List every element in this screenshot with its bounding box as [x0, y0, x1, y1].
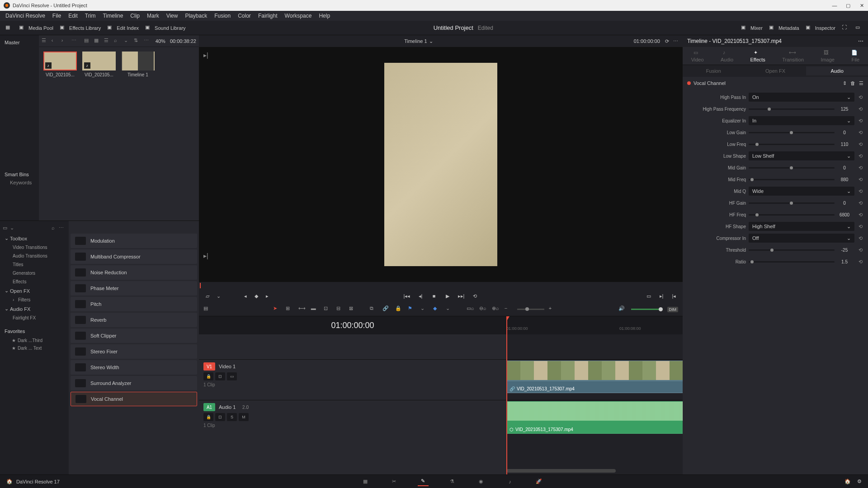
- snap-icon[interactable]: ⧉: [370, 305, 378, 314]
- overwrite-tool[interactable]: ⊟: [336, 305, 344, 314]
- tree-item-effects[interactable]: Effects: [0, 277, 69, 286]
- reset-icon[interactable]: ⟲: [857, 177, 863, 183]
- reset-icon[interactable]: ⟲: [857, 224, 863, 230]
- more-icon[interactable]: ⋯: [144, 38, 151, 45]
- list-view-icon[interactable]: ☰: [42, 38, 49, 45]
- next-edit-icon[interactable]: ▸|: [657, 292, 665, 300]
- edit-page-button[interactable]: ✎: [418, 477, 429, 486]
- track-number[interactable]: A1: [203, 403, 215, 411]
- tree-item-video-transitions[interactable]: Video Transitions: [0, 243, 69, 252]
- param-slider[interactable]: [749, 179, 835, 180]
- media-thumb[interactable]: ♪VID_202105...: [43, 52, 77, 77]
- maximize-button[interactable]: ▢: [845, 3, 851, 8]
- param-value[interactable]: 0: [835, 201, 854, 206]
- menu-davinci-resolve[interactable]: DaVinci Resolve: [5, 13, 45, 19]
- last-frame-button[interactable]: ▸▸|: [457, 292, 465, 300]
- menu-help[interactable]: Help: [319, 13, 330, 19]
- marker-tool[interactable]: ◆: [433, 305, 441, 314]
- inspector-tab-audio[interactable]: ♪Audio: [717, 48, 737, 64]
- track-lane-a1[interactable]: ⬡VID_20210513_175307.mp4: [506, 400, 683, 441]
- inspector-subtab-fusion[interactable]: Fusion: [683, 66, 745, 75]
- dim-button[interactable]: DIM: [667, 307, 679, 312]
- mute-button[interactable]: M: [239, 413, 249, 421]
- favorite-item[interactable]: ★ Dark ...Third: [0, 337, 69, 344]
- lock-icon[interactable]: 🔒: [203, 413, 213, 421]
- viewer-scrubber[interactable]: [199, 282, 683, 289]
- range-icon[interactable]: ▭⌕: [467, 305, 475, 314]
- reset-icon[interactable]: ⟲: [857, 118, 863, 124]
- inspector-tab-image[interactable]: 🖼Image: [817, 48, 838, 64]
- tree-item-generators[interactable]: Generators: [0, 269, 69, 277]
- chevron-down-icon[interactable]: ⌄: [420, 305, 429, 314]
- replace-tool[interactable]: ⊠: [349, 305, 357, 314]
- close-button[interactable]: ✕: [859, 3, 864, 8]
- track-header-v1[interactable]: V1Video 1🔒⊡▭1 Clip: [199, 359, 506, 400]
- match-frame-icon[interactable]: ▭: [645, 292, 653, 300]
- menu-mark[interactable]: Mark: [147, 13, 159, 19]
- thumb-view-icon[interactable]: ▦: [94, 38, 101, 45]
- viewer[interactable]: ▸| ▸|: [199, 47, 683, 282]
- menu-file[interactable]: File: [52, 13, 61, 19]
- audiofx-node[interactable]: ⌄Audio FX: [0, 304, 69, 314]
- param-select[interactable]: In⌄: [749, 116, 854, 125]
- inspector-button[interactable]: ▣Inspector: [806, 24, 835, 32]
- timeline-view-icon[interactable]: ▤: [203, 305, 212, 314]
- reset-icon[interactable]: ⟲: [857, 235, 863, 241]
- record-icon[interactable]: ⊡: [215, 413, 225, 421]
- fx-item-noise-reduction[interactable]: Noise Reduction: [71, 265, 197, 280]
- reset-icon[interactable]: ⟲: [857, 247, 863, 253]
- openfx-node[interactable]: ⌄Open FX: [0, 286, 69, 296]
- search-icon[interactable]: ⌕: [114, 38, 121, 45]
- clip[interactable]: ⬡VID_20210513_175307.mp4: [506, 401, 683, 434]
- media-thumb[interactable]: Timeline 1: [121, 52, 155, 77]
- sound-library-button[interactable]: ▣Sound Library: [145, 24, 186, 32]
- first-frame-button[interactable]: |◂◂: [403, 292, 411, 300]
- selection-tool[interactable]: ➤: [273, 305, 281, 314]
- inspector-tab-transition[interactable]: ⟷Transition: [778, 48, 807, 64]
- step-out-icon[interactable]: ▸|: [203, 252, 208, 259]
- cut-page-button[interactable]: ✂: [389, 477, 400, 486]
- effect-header[interactable]: Vocal Channel ⇕ 🗑 ☰: [683, 77, 868, 89]
- next-marker-icon[interactable]: ▸: [263, 292, 271, 300]
- speaker-icon[interactable]: 🔊: [618, 305, 627, 314]
- zoom-out-icon[interactable]: ⊖⌕: [479, 305, 487, 314]
- chevron-down-icon[interactable]: ⌄: [446, 305, 454, 314]
- inspector-tab-video[interactable]: ▭Video: [688, 48, 708, 64]
- tree-item-audio-transitions[interactable]: Audio Transitions: [0, 252, 69, 260]
- inspector-subtab-audio[interactable]: Audio: [806, 66, 868, 75]
- track-number[interactable]: V1: [203, 362, 215, 371]
- fx-item-multiband-compressor[interactable]: Multiband Compressor: [71, 249, 197, 264]
- menu-trim[interactable]: Trim: [85, 13, 96, 19]
- media-pool-button[interactable]: ▣Media Pool: [19, 24, 53, 32]
- strip-view-icon[interactable]: ▤: [84, 38, 91, 45]
- param-select[interactable]: Low Shelf⌄: [749, 151, 854, 160]
- search-icon[interactable]: ⌕: [52, 225, 59, 232]
- fx-item-stereo-width[interactable]: Stereo Width: [71, 360, 197, 375]
- sync-icon[interactable]: ⟳: [665, 38, 669, 44]
- timeline-name[interactable]: Timeline 1 ⌄: [404, 38, 433, 44]
- reset-icon[interactable]: ⟲: [857, 212, 863, 218]
- param-slider[interactable]: [749, 249, 835, 251]
- blade-tool[interactable]: ▬: [311, 305, 319, 314]
- deliver-page-button[interactable]: 🚀: [533, 477, 544, 486]
- prev-marker-icon[interactable]: ◂: [241, 292, 250, 300]
- favorite-item[interactable]: ★ Dark ... Text: [0, 344, 69, 352]
- project-settings-icon[interactable]: ⚙: [857, 479, 862, 484]
- param-select[interactable]: Off⌄: [749, 234, 854, 243]
- menu-workspace[interactable]: Workspace: [285, 13, 312, 19]
- color-page-button[interactable]: ◉: [476, 477, 486, 486]
- fx-item-soft-clipper[interactable]: Soft Clipper: [71, 328, 197, 343]
- param-select[interactable]: On⌄: [749, 93, 854, 102]
- zoom-in-icon[interactable]: ⊕⌕: [492, 305, 500, 314]
- param-value[interactable]: 1.5: [835, 259, 854, 264]
- dual-icon[interactable]: ▭: [855, 24, 863, 32]
- insert-tool[interactable]: ⊡: [324, 305, 332, 314]
- play-button[interactable]: ▶: [443, 292, 452, 300]
- solo-button[interactable]: S: [227, 413, 237, 421]
- fx-item-stereo-fixer[interactable]: Stereo Fixer: [71, 344, 197, 359]
- inspector-tab-effects[interactable]: ✦Effects: [746, 48, 769, 64]
- more-icon[interactable]: ⋯: [858, 38, 863, 44]
- param-value[interactable]: 125: [835, 107, 854, 112]
- param-slider[interactable]: [749, 261, 835, 263]
- metadata-button[interactable]: ▣Metadata: [769, 24, 799, 32]
